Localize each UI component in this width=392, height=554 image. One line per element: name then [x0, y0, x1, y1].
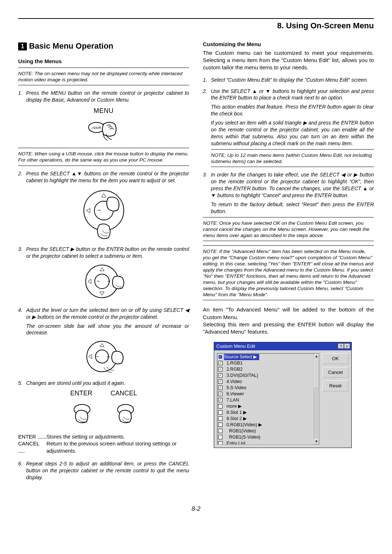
- checkbox-icon[interactable]: [218, 441, 222, 445]
- cme-list-item[interactable]: ✓ 6.Viewer: [218, 391, 314, 397]
- cme-list-item[interactable]: more ▶: [218, 403, 314, 410]
- note-usb-mouse: NOTE: When using a USB mouse, click the …: [18, 151, 189, 163]
- cme-list-item[interactable]: RGB1(Video): [218, 428, 314, 434]
- page-number: 8-2: [18, 505, 374, 513]
- checkbox-icon[interactable]: ✓: [218, 392, 222, 396]
- illustration-enter-cancel: [18, 401, 189, 430]
- post-p1: An item "To Advanced Menu" will be added…: [203, 306, 374, 321]
- cme-listbox[interactable]: ✓Source Select ▶✓ 1.RGB1✓ 2.RGB2✓ 3.DVI(…: [217, 353, 319, 445]
- cme-list-item[interactable]: RGB1(S-Video): [218, 434, 314, 440]
- step1: Press the MENU button on the remote cont…: [26, 90, 189, 103]
- checkbox-icon[interactable]: ✓: [218, 373, 222, 378]
- checkbox-icon[interactable]: [218, 429, 222, 433]
- illustration-dpad-right: − +: [18, 262, 189, 302]
- addr-label: ADDR: [92, 126, 101, 130]
- checkbox-icon[interactable]: ✓: [218, 386, 222, 390]
- cme-list-item[interactable]: 0.RGB1(Video) ▶: [218, 422, 314, 428]
- rstep2: Use the SELECT ▲ or ▼ buttons to highlig…: [211, 88, 374, 147]
- checkbox-icon[interactable]: ✓: [218, 367, 222, 371]
- checkbox-icon[interactable]: ✓: [218, 398, 222, 402]
- enter-def: ENTER ........ Stores the setting or adj…: [18, 433, 189, 441]
- cme-scrollbar[interactable]: ▲ ▼: [314, 354, 319, 444]
- ok-button[interactable]: OK: [322, 353, 348, 364]
- cancel-button[interactable]: Cancel: [322, 367, 348, 378]
- close-icon[interactable]: ×: [344, 343, 350, 349]
- svg-text:−: −: [97, 207, 101, 214]
- illustration-slider: − +: [18, 339, 189, 375]
- rstep1: Select "Custom Menu Edit" to display the…: [211, 77, 374, 83]
- reset-button[interactable]: Reset: [322, 380, 348, 391]
- subhead-using-menus: Using the Menus: [18, 58, 189, 65]
- step4: Adjust the level or turn the selected it…: [26, 307, 189, 337]
- checkbox-icon[interactable]: ✓: [218, 361, 222, 365]
- cme-titlebar: Custom Menu Edit ?×: [214, 342, 351, 350]
- checkbox-icon[interactable]: ✓: [218, 379, 222, 384]
- rstep3: In order for the changes to take effect,…: [211, 171, 374, 215]
- checkbox-icon[interactable]: ✓: [218, 355, 222, 359]
- subhead-customizing: Customizing the Menu: [203, 41, 374, 48]
- illustration-dpad-down: −: [18, 187, 189, 241]
- step5: Changes are stored until you adjust it a…: [26, 380, 189, 387]
- cme-list-item[interactable]: ✓ 3.DVI(DIGITAL): [218, 372, 314, 379]
- note-interlaced: NOTE: The on-screen menu may not be disp…: [18, 71, 189, 83]
- chapter-heading: 8. Using On-Screen Menu: [18, 20, 374, 31]
- illustration-menu-button: MENU ADDR: [18, 106, 189, 146]
- cme-list-item[interactable]: ✓ 5.S-Video: [218, 385, 314, 391]
- enter-label: ENTER: [70, 389, 92, 398]
- enter-icon: [74, 404, 90, 423]
- left-column: 1Basic Menu Operation Using the Menus NO…: [18, 41, 189, 483]
- svg-text:+: +: [107, 353, 110, 359]
- right-column: Customizing the Menu The Custom menu can…: [203, 41, 374, 483]
- custom-menu-edit-window: Custom Menu Edit ?× ✓Source Select ▶✓ 1.…: [214, 342, 352, 448]
- cme-list-item[interactable]: 9.Slot 2 ▶: [218, 416, 314, 422]
- section-title: 1Basic Menu Operation: [18, 41, 189, 52]
- cme-list-item[interactable]: ✓ 2.RGB2: [218, 366, 314, 372]
- cme-list-item[interactable]: ✓ 7.LAN: [218, 397, 314, 403]
- cme-list-item[interactable]: 8.Slot 1 ▶: [218, 410, 314, 416]
- step2: Press the SELECT ▲▼ buttons on the remot…: [26, 170, 189, 184]
- note-advanced-menu: NOTE: If the "Advanced Menu" item has be…: [203, 249, 374, 298]
- checkbox-icon[interactable]: [218, 416, 222, 421]
- note-12items: NOTE: Up to 12 main menu items (within C…: [211, 152, 374, 165]
- cme-list-item[interactable]: ✓Source Select ▶: [218, 354, 314, 360]
- cme-list-item[interactable]: ✓ 1.RGB1: [218, 360, 314, 366]
- checkbox-icon[interactable]: [218, 435, 222, 439]
- step6: Repeat steps 2-5 to adjust an additional…: [26, 460, 189, 481]
- checkbox-icon[interactable]: [218, 404, 222, 408]
- section-number: 1: [18, 42, 27, 50]
- note-ok-selected: NOTE: Once you have selected OK on the C…: [203, 220, 374, 239]
- svg-text:+: +: [107, 278, 111, 284]
- checkbox-icon[interactable]: [218, 423, 222, 427]
- post-p2: Selecting this item and pressing the ENT…: [203, 321, 374, 336]
- scroll-up-icon[interactable]: ▲: [314, 354, 319, 359]
- cme-list-item[interactable]: Entry List: [218, 440, 314, 445]
- help-icon[interactable]: ?: [338, 343, 344, 349]
- svg-text:−: −: [97, 278, 100, 284]
- cancel-label: CANCEL: [110, 389, 137, 398]
- scroll-down-icon[interactable]: ▼: [314, 439, 319, 444]
- intro-p: The Custom menu can be customized to mee…: [203, 49, 374, 72]
- step3: Press the SELECT ▶ button or the ENTER b…: [26, 246, 189, 260]
- cme-list-item[interactable]: ✓ 4.Video: [218, 379, 314, 385]
- svg-text:−: −: [96, 353, 99, 359]
- checkbox-icon[interactable]: [218, 410, 222, 415]
- cancel-def: CANCEL ...... Return to the previous scr…: [18, 440, 189, 455]
- cancel-icon: [118, 404, 134, 423]
